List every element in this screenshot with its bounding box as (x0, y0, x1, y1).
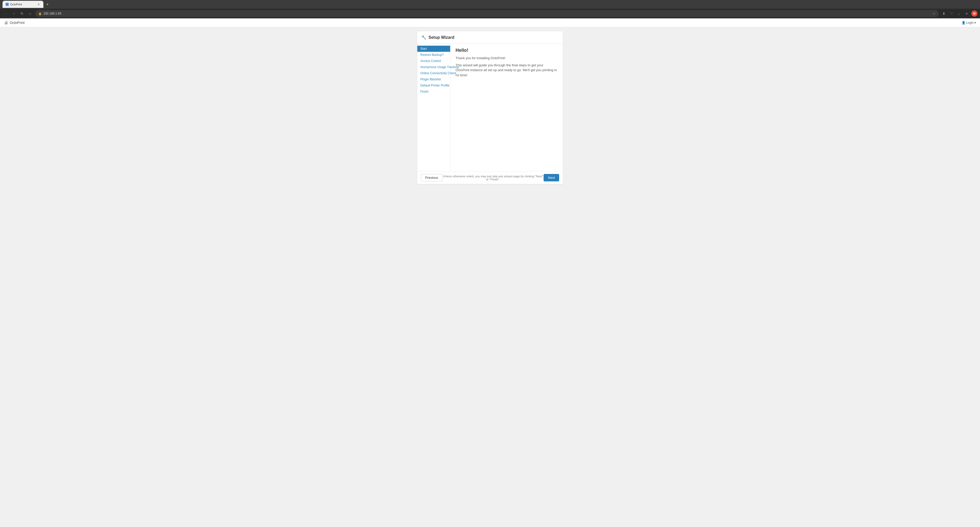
security-lock-icon: 🔒 (38, 12, 42, 15)
tab-label: OctoPrint (10, 3, 35, 6)
wizard-wrench-icon: 🔧 (422, 35, 426, 40)
home-button[interactable]: ⌂ (27, 11, 33, 17)
address-bar-row: ← → ↻ ⌂ 🔒 192.168.1.93 ☆ ⬇ ♡ ↓ ≡ M (0, 9, 980, 18)
wizard-main-content: Hello! Thank you for installing OctoPrin… (450, 44, 563, 171)
main-wrapper: 🔧 Setup Wizard Start Restore Backup? Acc… (0, 27, 980, 188)
sidebar-item-start[interactable]: Start (417, 46, 450, 52)
login-link[interactable]: 👤 Login ▾ (962, 21, 976, 24)
sidebar-item-anonymous-usage[interactable]: Anonymous Usage Tracking (417, 64, 450, 70)
footer-hint: Unless otherwise noted, you may just ski… (442, 175, 544, 181)
sidebar-item-restore-backup[interactable]: Restore Backup? (417, 52, 450, 58)
sidebar-item-online-connectivity[interactable]: Online Connectivity Check (417, 70, 450, 76)
back-icon: ← (4, 11, 7, 16)
sidebar-item-access-control[interactable]: Access Control (417, 58, 450, 64)
person-icon: 👤 (962, 21, 966, 24)
octoprint-logo-icon: 🖨 (4, 21, 8, 25)
tab-favicon-icon (6, 3, 9, 6)
address-url: 192.168.1.93 (43, 12, 931, 15)
content-paragraph2: This wizard will guide you through the f… (455, 63, 558, 78)
graph-icon[interactable]: ≡ (964, 11, 970, 17)
forward-icon: → (12, 11, 16, 16)
browser-chrome: OctoPrint ✕ + ← → ↻ ⌂ 🔒 192.168.1.93 ☆ ⬇… (0, 0, 980, 18)
previous-button[interactable]: Previous (421, 174, 442, 181)
extensions-icon[interactable]: ⬇ (941, 11, 947, 17)
wizard-sidebar: Start Restore Backup? Access Control Ano… (417, 44, 450, 171)
content-paragraph1: Thank you for installing OctoPrint! (455, 56, 558, 61)
back-button[interactable]: ← (3, 11, 9, 17)
sidebar-item-plugin-blacklist[interactable]: Plugin Blacklist (417, 76, 450, 83)
tab-close-icon[interactable]: ✕ (37, 3, 40, 6)
content-title: Hello! (455, 48, 558, 53)
sidebar-item-default-printer[interactable]: Default Printer Profile (417, 83, 450, 89)
profile-avatar[interactable]: M (971, 11, 977, 17)
active-tab[interactable]: OctoPrint ✕ (3, 1, 43, 8)
octoprint-header: 🖨 OctoPrint 👤 Login ▾ (0, 18, 980, 27)
octoprint-logo: 🖨 OctoPrint (4, 21, 24, 25)
downloads-icon[interactable]: ↓ (956, 11, 962, 17)
toolbar-icons: ⬇ ♡ ↓ ≡ M (941, 11, 977, 17)
next-button[interactable]: Next (544, 174, 559, 181)
address-bar[interactable]: 🔒 192.168.1.93 ☆ (35, 10, 939, 17)
reload-icon: ↻ (21, 11, 24, 16)
forward-button[interactable]: → (11, 11, 17, 17)
sync-icon[interactable]: ♡ (948, 11, 955, 17)
login-caret-icon: ▾ (974, 21, 976, 24)
bookmark-star-icon[interactable]: ☆ (932, 12, 935, 16)
wizard-header: 🔧 Setup Wizard (417, 32, 563, 44)
wizard-body: Start Restore Backup? Access Control Ano… (417, 44, 563, 171)
new-tab-button[interactable]: + (45, 1, 51, 7)
wizard-footer: Previous Unless otherwise noted, you may… (417, 171, 563, 184)
wizard-title: Setup Wizard (428, 35, 454, 40)
tab-bar: OctoPrint ✕ + (0, 0, 980, 9)
wizard-card: 🔧 Setup Wizard Start Restore Backup? Acc… (417, 32, 563, 184)
sidebar-item-finish[interactable]: Finish (417, 89, 450, 95)
octoprint-logo-text: OctoPrint (10, 21, 24, 25)
reload-button[interactable]: ↻ (19, 11, 25, 17)
home-icon: ⌂ (29, 11, 31, 16)
login-text: Login (966, 21, 974, 24)
